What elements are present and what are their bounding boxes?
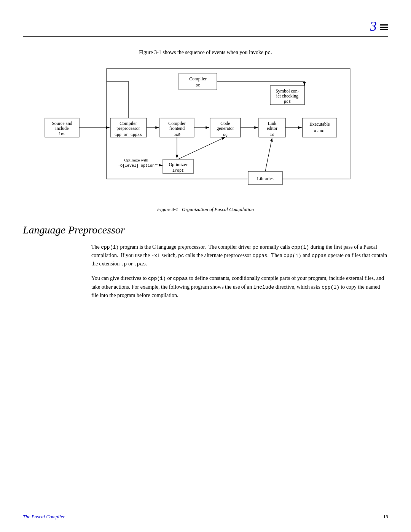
cpp-sub: cpp or cppas <box>115 133 142 137</box>
figure-intro-text: Figure 3-1 shows the sequence of events … <box>23 50 388 56</box>
footer-title: The Pascal Compiler <box>23 514 65 520</box>
footer: The Pascal Compiler 19 <box>23 514 388 520</box>
header-rule <box>23 36 388 37</box>
compiler-label: Compiler <box>189 76 206 81</box>
main-content: Figure 3-1 shows the sequence of events … <box>23 42 388 305</box>
chapter-header: 3 <box>370 18 388 34</box>
symbol-label2: ict checking <box>276 93 298 99</box>
frontend-label1: Compiler <box>168 121 185 126</box>
symbol-label1: Symbol con- <box>276 88 299 94</box>
libraries-label: Libraries <box>257 176 274 181</box>
codegen-label1: Code <box>220 121 230 126</box>
symbol-sub: pc3 <box>284 100 291 104</box>
optimizer-sub: iropt <box>172 169 184 173</box>
cpp-label2: preprocessor <box>116 126 140 131</box>
paragraph-1: The cpp(1) program is the C language pre… <box>91 243 388 268</box>
source-label2: include <box>55 126 68 131</box>
codegen-label2: generator <box>217 126 234 131</box>
optimizer-label: Optimizer <box>169 162 188 167</box>
codegen-sub: cg <box>223 133 228 137</box>
compiler-sub: pc <box>196 83 200 88</box>
exec-label: Executable <box>309 121 330 127</box>
footer-page: 19 <box>383 514 388 520</box>
source-label1: Source and <box>52 121 72 126</box>
link-label2: editor <box>267 126 277 131</box>
paragraph-2: You can give directives to cpp(1) or cpp… <box>91 274 388 299</box>
cpp-label1: Compiler <box>119 121 137 126</box>
exec-box <box>303 118 337 137</box>
frontend-label2: frontend <box>169 126 185 131</box>
exec-sub: a.out <box>314 129 325 133</box>
chapter-number: 3 <box>370 18 377 34</box>
diagram-container: Compiler pc Symbol con- ict checking pc3… <box>23 65 388 202</box>
compilation-diagram: Compiler pc Symbol con- ict checking pc3… <box>34 65 377 202</box>
optimize-option: -O[level] option <box>118 164 155 168</box>
link-sub: ld <box>270 133 274 137</box>
frontend-sub: pc0 <box>174 133 180 137</box>
menu-icon <box>380 24 388 30</box>
link-label1: Link <box>268 121 277 126</box>
section-heading: Language Preprocessor <box>23 224 388 236</box>
page: 3 Figure 3-1 shows the sequence of event… <box>0 0 411 532</box>
figure-label: Figure 3-1 Organization of Pascal Compil… <box>23 206 388 212</box>
source-sub: les <box>59 132 65 136</box>
optimize-label: Optimize with <box>124 158 148 162</box>
